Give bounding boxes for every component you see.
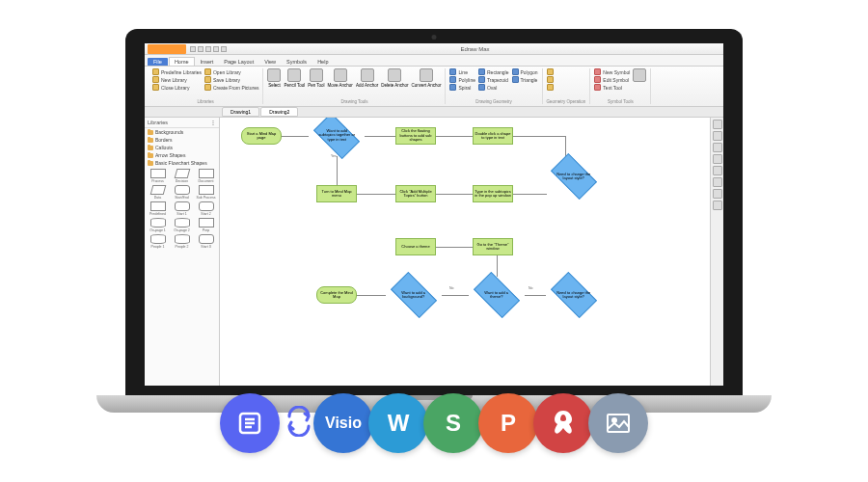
node-decision-theme[interactable]: Want to add a theme? <box>474 272 520 318</box>
folder-icon <box>148 153 153 158</box>
smart-shape-button[interactable] <box>633 68 646 82</box>
toolbar-icon[interactable] <box>713 189 722 199</box>
pen-tool[interactable]: Pen Tool <box>308 68 324 88</box>
shape-people2[interactable]: People 2 <box>171 234 193 249</box>
work-area: Libraries⋮ Backgrounds Borders Callouts … <box>145 118 723 386</box>
pencil-tool[interactable]: Pencil Tool <box>284 68 305 88</box>
shape-predefined[interactable]: Predefined <box>147 201 169 216</box>
node-decision-layout2[interactable]: Need to change the layout style? <box>551 272 597 318</box>
edit-symbol-button[interactable]: Edit Symbol <box>594 76 630 83</box>
tab-symbols[interactable]: Symbols <box>282 58 312 66</box>
category-backgrounds[interactable]: Backgrounds <box>145 128 219 136</box>
delete-anchor-tool[interactable]: Delete Anchor <box>381 68 408 88</box>
convert-anchor-tool[interactable]: Convert Anchor <box>411 68 441 88</box>
shape-start1[interactable]: Start 1 <box>171 201 193 216</box>
close-library-button[interactable]: Close Library <box>152 84 202 91</box>
shape-people1[interactable]: People 1 <box>147 234 169 249</box>
tab-page-layout[interactable]: Page Layout <box>219 58 258 66</box>
shape-decision[interactable]: Decision <box>171 169 193 183</box>
node-theme-window[interactable]: Go to the "Theme" window <box>473 238 513 255</box>
new-symbol-button[interactable]: New Symbol <box>594 68 630 75</box>
select-tool[interactable]: Select <box>267 68 281 88</box>
shape-data[interactable]: Data <box>147 185 169 200</box>
connector <box>497 255 498 277</box>
node-decision-layout[interactable]: Need to change the layout style? <box>551 153 597 200</box>
rectangle-tool[interactable]: Rectangle <box>478 68 509 75</box>
node-double-click[interactable]: Double click a shape to type in text <box>473 127 513 145</box>
node-decision-background[interactable]: Want to add a background? <box>391 272 437 318</box>
edraw-format-icon <box>220 393 280 453</box>
tab-home[interactable]: Home <box>169 57 195 66</box>
shape-prep[interactable]: Prep <box>195 218 217 232</box>
triangle-tool[interactable]: Triangle <box>512 76 538 83</box>
panel-menu-icon[interactable]: ⋮ <box>210 120 216 125</box>
shape-document[interactable]: Document <box>195 169 217 183</box>
spiral-tool[interactable]: Spiral <box>449 84 475 91</box>
connector <box>513 194 547 195</box>
save-library-button[interactable]: Save Library <box>204 76 259 83</box>
doc-tab-2[interactable]: Drawing2 <box>260 107 298 117</box>
shape-subprocess[interactable]: Sub Process <box>195 185 217 200</box>
add-anchor-tool[interactable]: Add Anchor <box>356 68 378 88</box>
predefine-libraries-button[interactable]: Predefine Libraries <box>152 68 202 75</box>
polyline-tool[interactable]: Polyline <box>449 76 475 83</box>
category-arrows[interactable]: Arrow Shapes <box>145 151 219 159</box>
screen-bezel: Edraw Max File Home Insert Page Layout V… <box>125 29 743 395</box>
category-borders[interactable]: Borders <box>145 136 219 144</box>
ribbon-group-drawing-geometry: Line Polyline Spiral Rectangle Trapezoid… <box>446 68 542 104</box>
shape-terminal[interactable]: Start/End <box>171 185 193 200</box>
text-tool-button[interactable]: Text Tool <box>594 84 630 91</box>
toolbar-icon[interactable] <box>713 166 722 175</box>
geo-op-3[interactable] <box>547 84 554 91</box>
tab-help[interactable]: Help <box>312 58 333 66</box>
node-start[interactable]: Start a Mind Map page <box>241 127 282 145</box>
node-decision-subtopics[interactable]: Want to add subtopics together or type i… <box>313 118 360 159</box>
node-mindmap-menu[interactable]: Turn to Mind Map menu <box>316 185 357 202</box>
svg-point-2 <box>612 418 616 422</box>
shape-onpage2[interactable]: On-page 2 <box>171 218 193 232</box>
category-flowchart[interactable]: Basic Flowchart Shapes <box>145 159 219 167</box>
doc-tab-1[interactable]: Drawing1 <box>222 107 259 117</box>
node-complete[interactable]: Complete the Mind Map <box>316 286 357 304</box>
toolbar-icon[interactable] <box>713 154 722 164</box>
node-choose-theme[interactable]: Choose a theme <box>395 238 436 255</box>
ribbon-group-libraries: Predefine Libraries New Library Close Li… <box>149 68 263 104</box>
node-click-floating[interactable]: Click the floating buttons to add sub sh… <box>395 127 436 145</box>
canvas[interactable]: Start a Mind Map page Want to add subtop… <box>220 118 710 386</box>
node-add-multiple[interactable]: Click "Add Multiple Topics" button <box>395 185 436 202</box>
right-toolbar <box>710 118 723 386</box>
shape-gallery: Process Decision Document Data Start/End… <box>145 167 219 386</box>
shape-start2[interactable]: Start 2 <box>195 201 217 216</box>
connector <box>337 156 338 185</box>
quick-access-toolbar[interactable] <box>190 46 227 52</box>
folder-icon <box>148 130 153 135</box>
powerpoint-format-icon: P <box>478 393 538 453</box>
new-library-button[interactable]: New Library <box>152 76 202 83</box>
connector-label-no: No <box>449 286 453 290</box>
line-tool[interactable]: Line <box>449 68 475 75</box>
trapezoid-tool[interactable]: Trapezoid <box>478 76 509 83</box>
word-format-icon: W <box>368 393 428 453</box>
toolbar-icon[interactable] <box>713 177 722 187</box>
node-type-subtopics[interactable]: Type in the subtopics in the pop up wind… <box>473 185 513 202</box>
tab-insert[interactable]: Insert <box>196 58 219 66</box>
webcam <box>432 35 437 40</box>
tab-view[interactable]: View <box>259 58 281 66</box>
geo-op-1[interactable] <box>547 68 554 75</box>
shape-process[interactable]: Process <box>147 169 169 183</box>
shape-onpage1[interactable]: On-page 1 <box>147 218 169 232</box>
create-from-pictures-button[interactable]: Create From Pictures <box>204 84 259 91</box>
oval-tool[interactable]: Oval <box>478 84 509 91</box>
category-callouts[interactable]: Callouts <box>145 144 219 151</box>
toolbar-icon[interactable] <box>713 131 722 141</box>
tab-file[interactable]: File <box>148 58 168 66</box>
toolbar-icon[interactable] <box>713 143 722 152</box>
toolbar-icon[interactable] <box>713 120 722 129</box>
toolbar-icon[interactable] <box>713 201 722 210</box>
polygon-tool[interactable]: Polygon <box>512 68 538 75</box>
move-anchor-tool[interactable]: Move Anchor <box>328 68 353 88</box>
connector <box>282 136 309 137</box>
geo-op-2[interactable] <box>547 76 554 83</box>
shape-start3[interactable]: Start 3 <box>195 234 217 249</box>
open-library-button[interactable]: Open Library <box>204 68 259 75</box>
